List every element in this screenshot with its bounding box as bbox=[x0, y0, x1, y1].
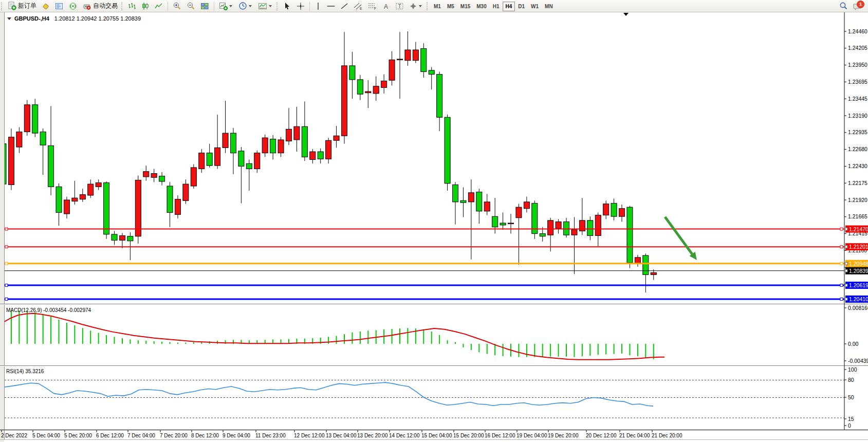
hline-handle[interactable] bbox=[840, 246, 843, 248]
time-axis-label: 13 Dec 04:00 bbox=[326, 433, 357, 438]
timeframe-button-d1[interactable]: D1 bbox=[515, 2, 528, 11]
candle-body bbox=[16, 132, 22, 148]
hline-handle[interactable] bbox=[5, 262, 8, 265]
text-button[interactable]: A bbox=[380, 1, 392, 11]
signal-button[interactable] bbox=[67, 1, 80, 11]
candlestick-button[interactable] bbox=[139, 1, 152, 11]
signal-icon bbox=[69, 2, 78, 10]
zoom-out-button[interactable] bbox=[184, 1, 197, 11]
hline-handle[interactable] bbox=[5, 228, 8, 230]
price-axis-label: 1.22680 bbox=[848, 146, 867, 152]
candle-body bbox=[460, 200, 466, 202]
tile-windows-button[interactable] bbox=[198, 1, 211, 11]
time-axis-label: 16 Dec 12:00 bbox=[485, 433, 515, 438]
toolbar-grip[interactable] bbox=[427, 2, 429, 10]
price-axis-label: 1.23950 bbox=[848, 62, 867, 68]
new-order-icon bbox=[8, 2, 16, 10]
candle-body bbox=[40, 132, 46, 145]
timeframe-button-m5[interactable]: M5 bbox=[444, 2, 457, 11]
toolbar-grip[interactable] bbox=[1, 2, 3, 10]
zoom-in-button[interactable] bbox=[171, 1, 183, 11]
svg-text:A: A bbox=[384, 3, 388, 10]
price-axis-label: 1.21665 bbox=[848, 213, 867, 219]
hline-handle[interactable] bbox=[5, 246, 8, 248]
time-axis-label: 7 Dec 20:00 bbox=[160, 433, 188, 438]
price-axis-label: 1.21920 bbox=[848, 197, 867, 203]
horizontal-line-button[interactable] bbox=[325, 1, 337, 11]
vertical-line-button[interactable] bbox=[312, 1, 324, 11]
candle-body bbox=[112, 234, 117, 241]
time-axis-label: 13 Dec 20:00 bbox=[357, 433, 388, 438]
vertical-line-icon bbox=[315, 2, 322, 10]
candle-body bbox=[524, 202, 529, 209]
hline-handle[interactable] bbox=[840, 298, 843, 300]
line-chart-button[interactable] bbox=[153, 1, 165, 11]
candle-body bbox=[334, 136, 339, 140]
trendline-button[interactable] bbox=[338, 1, 350, 11]
notifications-button[interactable]: 1 bbox=[851, 1, 864, 11]
candle-body bbox=[254, 153, 260, 169]
search-button[interactable] bbox=[837, 1, 850, 11]
template-button[interactable] bbox=[256, 1, 275, 11]
candle-body bbox=[135, 180, 141, 236]
periods-button[interactable] bbox=[236, 1, 255, 11]
line-chart-icon bbox=[155, 2, 163, 10]
hline-handle[interactable] bbox=[5, 284, 8, 287]
hline-handle[interactable] bbox=[840, 284, 843, 287]
price-label-anchor bbox=[845, 246, 847, 248]
time-axis-label: 2 Dec 2022 bbox=[1, 433, 28, 438]
bar-chart-button[interactable] bbox=[126, 1, 138, 11]
auto-trading-button[interactable]: 自动交易 bbox=[81, 1, 120, 11]
indicators-icon bbox=[219, 2, 228, 10]
candle-body bbox=[468, 193, 474, 202]
shapes-button[interactable] bbox=[407, 1, 425, 11]
timeframe-button-h1[interactable]: H1 bbox=[490, 2, 503, 11]
chevron-down-icon bbox=[269, 5, 272, 7]
hline-handle[interactable] bbox=[840, 228, 843, 230]
chevron-down-icon[interactable] bbox=[7, 17, 11, 20]
channel-button[interactable]: E bbox=[352, 1, 365, 11]
candle-body bbox=[564, 222, 569, 235]
gold-icon bbox=[42, 2, 50, 10]
cursor-button[interactable] bbox=[281, 1, 293, 11]
candle-body bbox=[413, 50, 418, 61]
candle-body bbox=[64, 200, 69, 214]
candle-body bbox=[373, 86, 379, 94]
fibonacci-button[interactable]: F bbox=[366, 1, 379, 11]
timeframe-button-m1[interactable]: M1 bbox=[431, 2, 444, 11]
new-order-button[interactable]: 新订单 bbox=[6, 1, 39, 11]
indicator-axis-label: 15 bbox=[848, 416, 854, 422]
gold-button[interactable] bbox=[40, 1, 52, 11]
toolbar-grip[interactable] bbox=[121, 2, 123, 10]
candle-body bbox=[151, 174, 157, 178]
candle-body bbox=[484, 202, 490, 211]
text-label-button[interactable]: T bbox=[393, 1, 406, 11]
price-label-anchor bbox=[845, 269, 847, 272]
hline-handle[interactable] bbox=[840, 262, 843, 265]
price-axis-label: 1.24205 bbox=[848, 45, 867, 51]
candle-body bbox=[88, 184, 94, 195]
timeframe-button-h4[interactable]: H4 bbox=[503, 2, 515, 11]
timeframe-button-w1[interactable]: W1 bbox=[528, 2, 542, 11]
crosshair-icon bbox=[297, 2, 305, 10]
market-depth-button[interactable] bbox=[53, 1, 66, 11]
timeframe-button-m15[interactable]: M15 bbox=[457, 2, 473, 11]
timeframe-button-m30[interactable]: M30 bbox=[473, 2, 489, 11]
chart-canvas[interactable]: 1.244601.242051.239501.236951.234451.231… bbox=[0, 12, 868, 442]
timeframe-button-mn[interactable]: MN bbox=[542, 2, 556, 11]
candle-body bbox=[127, 236, 133, 241]
chart-title: GBPUSD-,H4 1.20812 1.20942 1.20755 1.208… bbox=[7, 15, 141, 22]
fibonacci-icon: F bbox=[368, 2, 377, 10]
candle-body bbox=[48, 146, 54, 187]
toolbar-grip[interactable] bbox=[276, 2, 279, 10]
price-label-text: 1.20410 bbox=[849, 296, 868, 302]
new-chart-button[interactable] bbox=[217, 1, 235, 11]
price-axis-label: 1.23190 bbox=[848, 113, 867, 119]
macd-label: MACD(12,26,9) -0.003454 -0.002974 bbox=[6, 307, 91, 313]
hline-handle[interactable] bbox=[5, 298, 8, 300]
crosshair-button[interactable] bbox=[294, 1, 307, 11]
trendline-icon bbox=[340, 2, 348, 10]
price-label-anchor bbox=[845, 284, 847, 287]
candle-body bbox=[278, 140, 284, 153]
horizontal-line-icon bbox=[327, 2, 335, 10]
